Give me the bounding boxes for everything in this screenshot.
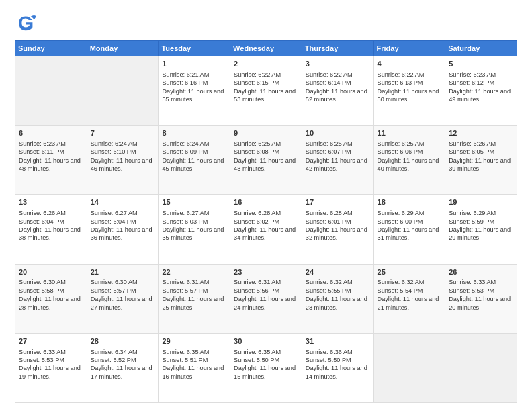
sunset-text: Sunset: 6:04 PM xyxy=(19,218,83,226)
sunset-text: Sunset: 5:53 PM xyxy=(19,356,83,364)
calendar-week-3: 13Sunrise: 6:26 AMSunset: 6:04 PMDayligh… xyxy=(15,195,517,264)
calendar-cell: 10Sunrise: 6:25 AMSunset: 6:07 PMDayligh… xyxy=(302,126,373,195)
sunrise-text: Sunrise: 6:29 AM xyxy=(378,209,442,217)
sunrise-text: Sunrise: 6:30 AM xyxy=(91,278,155,286)
calendar-week-2: 6Sunrise: 6:23 AMSunset: 6:11 PMDaylight… xyxy=(15,126,517,195)
sunrise-text: Sunrise: 6:31 AM xyxy=(162,278,226,286)
calendar-cell: 17Sunrise: 6:28 AMSunset: 6:01 PMDayligh… xyxy=(302,195,373,264)
sunrise-text: Sunrise: 6:26 AM xyxy=(19,209,83,217)
logo xyxy=(15,12,39,34)
daylight-text: Daylight: 11 hours and 19 minutes. xyxy=(19,364,83,381)
day-number: 15 xyxy=(162,197,226,208)
daylight-text: Daylight: 11 hours and 16 minutes. xyxy=(162,364,226,381)
calendar-cell xyxy=(15,56,87,126)
sunset-text: Sunset: 6:07 PM xyxy=(306,148,370,156)
sunrise-text: Sunrise: 6:36 AM xyxy=(306,348,370,356)
daylight-text: Daylight: 11 hours and 50 minutes. xyxy=(378,87,442,104)
day-number: 6 xyxy=(19,128,83,138)
daylight-text: Daylight: 11 hours and 49 minutes. xyxy=(449,87,513,104)
sunrise-text: Sunrise: 6:35 AM xyxy=(234,348,298,356)
sunrise-text: Sunrise: 6:33 AM xyxy=(19,348,83,356)
weekday-header-thursday: Thursday xyxy=(302,41,373,56)
daylight-text: Daylight: 11 hours and 15 minutes. xyxy=(234,364,298,381)
sunset-text: Sunset: 5:57 PM xyxy=(91,287,155,295)
sunset-text: Sunset: 5:50 PM xyxy=(234,356,298,364)
calendar-cell: 13Sunrise: 6:26 AMSunset: 6:04 PMDayligh… xyxy=(15,195,87,264)
day-number: 9 xyxy=(234,128,298,138)
day-number: 28 xyxy=(91,336,155,347)
day-number: 13 xyxy=(19,197,83,208)
daylight-text: Daylight: 11 hours and 23 minutes. xyxy=(306,295,370,312)
sunrise-text: Sunrise: 6:25 AM xyxy=(378,140,442,148)
day-number: 14 xyxy=(91,197,155,208)
sunset-text: Sunset: 6:06 PM xyxy=(378,148,442,156)
sunrise-text: Sunrise: 6:28 AM xyxy=(306,209,370,217)
sunset-text: Sunset: 5:58 PM xyxy=(19,287,83,295)
day-number: 8 xyxy=(162,128,226,138)
daylight-text: Daylight: 11 hours and 20 minutes. xyxy=(449,295,513,312)
daylight-text: Daylight: 11 hours and 36 minutes. xyxy=(91,226,155,242)
day-number: 2 xyxy=(234,59,298,69)
daylight-text: Daylight: 11 hours and 38 minutes. xyxy=(19,226,83,242)
sunrise-text: Sunrise: 6:29 AM xyxy=(449,209,513,217)
calendar-cell xyxy=(87,56,159,126)
calendar-cell: 26Sunrise: 6:33 AMSunset: 5:53 PMDayligh… xyxy=(445,264,517,333)
sunrise-text: Sunrise: 6:23 AM xyxy=(19,140,83,148)
sunrise-text: Sunrise: 6:32 AM xyxy=(306,278,370,286)
sunrise-text: Sunrise: 6:33 AM xyxy=(449,278,513,286)
calendar-cell: 28Sunrise: 6:34 AMSunset: 5:52 PMDayligh… xyxy=(87,333,159,402)
calendar-cell: 30Sunrise: 6:35 AMSunset: 5:50 PMDayligh… xyxy=(230,333,302,402)
sunrise-text: Sunrise: 6:28 AM xyxy=(234,209,298,217)
daylight-text: Daylight: 11 hours and 25 minutes. xyxy=(162,295,226,312)
daylight-text: Daylight: 11 hours and 55 minutes. xyxy=(162,87,226,104)
daylight-text: Daylight: 11 hours and 24 minutes. xyxy=(234,295,298,312)
calendar-cell: 16Sunrise: 6:28 AMSunset: 6:02 PMDayligh… xyxy=(230,195,302,264)
calendar-cell: 19Sunrise: 6:29 AMSunset: 5:59 PMDayligh… xyxy=(445,195,517,264)
calendar-cell: 5Sunrise: 6:23 AMSunset: 6:12 PMDaylight… xyxy=(445,56,517,126)
calendar-cell: 22Sunrise: 6:31 AMSunset: 5:57 PMDayligh… xyxy=(159,264,230,333)
sunset-text: Sunset: 5:54 PM xyxy=(378,287,442,295)
sunset-text: Sunset: 5:53 PM xyxy=(449,287,513,295)
daylight-text: Daylight: 11 hours and 32 minutes. xyxy=(306,226,370,242)
day-number: 29 xyxy=(162,336,226,347)
sunset-text: Sunset: 6:00 PM xyxy=(378,218,442,226)
sunrise-text: Sunrise: 6:32 AM xyxy=(378,278,442,286)
header xyxy=(15,12,517,34)
calendar-cell: 1Sunrise: 6:21 AMSunset: 6:16 PMDaylight… xyxy=(159,56,230,126)
calendar-cell: 9Sunrise: 6:25 AMSunset: 6:08 PMDaylight… xyxy=(230,126,302,195)
sunrise-text: Sunrise: 6:27 AM xyxy=(91,209,155,217)
daylight-text: Daylight: 11 hours and 31 minutes. xyxy=(378,226,442,242)
logo-icon xyxy=(15,12,36,34)
day-number: 26 xyxy=(449,267,513,277)
calendar-cell: 2Sunrise: 6:22 AMSunset: 6:15 PMDaylight… xyxy=(230,56,302,126)
calendar-cell: 15Sunrise: 6:27 AMSunset: 6:03 PMDayligh… xyxy=(159,195,230,264)
day-number: 11 xyxy=(378,128,442,138)
sunrise-text: Sunrise: 6:31 AM xyxy=(234,278,298,286)
day-number: 3 xyxy=(306,59,370,69)
day-number: 19 xyxy=(449,197,513,208)
weekday-header-friday: Friday xyxy=(373,41,445,56)
sunset-text: Sunset: 6:15 PM xyxy=(234,79,298,87)
calendar-table: SundayMondayTuesdayWednesdayThursdayFrid… xyxy=(15,40,517,403)
daylight-text: Daylight: 11 hours and 29 minutes. xyxy=(449,226,513,242)
sunrise-text: Sunrise: 6:24 AM xyxy=(162,140,226,148)
sunrise-text: Sunrise: 6:22 AM xyxy=(378,71,442,79)
day-number: 31 xyxy=(306,336,370,347)
sunset-text: Sunset: 6:03 PM xyxy=(162,218,226,226)
calendar-cell: 23Sunrise: 6:31 AMSunset: 5:56 PMDayligh… xyxy=(230,264,302,333)
daylight-text: Daylight: 11 hours and 53 minutes. xyxy=(234,87,298,104)
calendar-cell xyxy=(373,333,445,402)
calendar-cell: 27Sunrise: 6:33 AMSunset: 5:53 PMDayligh… xyxy=(15,333,87,402)
weekday-header-row: SundayMondayTuesdayWednesdayThursdayFrid… xyxy=(15,41,517,56)
daylight-text: Daylight: 11 hours and 17 minutes. xyxy=(91,364,155,381)
sunset-text: Sunset: 5:50 PM xyxy=(306,356,370,364)
calendar-cell: 14Sunrise: 6:27 AMSunset: 6:04 PMDayligh… xyxy=(87,195,159,264)
sunset-text: Sunset: 6:10 PM xyxy=(91,148,155,156)
calendar-cell: 20Sunrise: 6:30 AMSunset: 5:58 PMDayligh… xyxy=(15,264,87,333)
day-number: 18 xyxy=(378,197,442,208)
calendar-cell: 18Sunrise: 6:29 AMSunset: 6:00 PMDayligh… xyxy=(373,195,445,264)
day-number: 23 xyxy=(234,267,298,277)
calendar-week-4: 20Sunrise: 6:30 AMSunset: 5:58 PMDayligh… xyxy=(15,264,517,333)
sunset-text: Sunset: 6:01 PM xyxy=(306,218,370,226)
calendar-cell: 8Sunrise: 6:24 AMSunset: 6:09 PMDaylight… xyxy=(159,126,230,195)
